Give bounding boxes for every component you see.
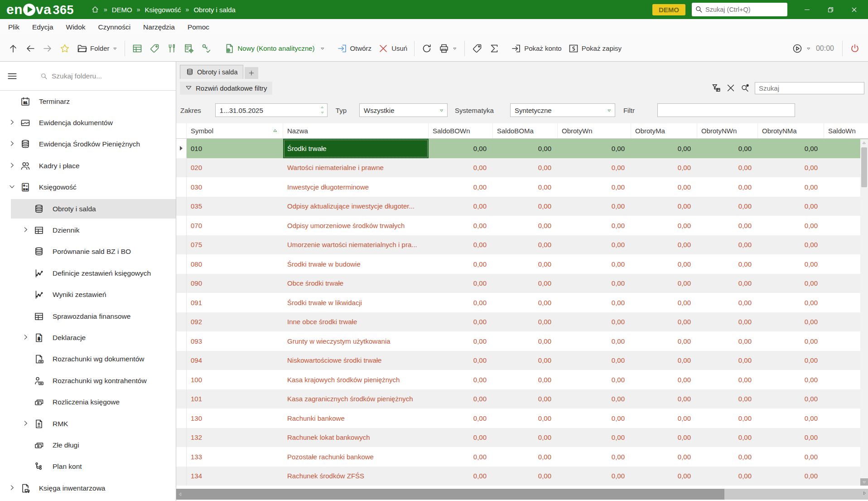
column-header-obrotywn[interactable]: ObrotyWn — [558, 123, 631, 138]
favorite-star-icon[interactable] — [56, 40, 73, 57]
column-header-obrotynwn[interactable]: ObrotyNWn — [697, 123, 758, 138]
menu-widok[interactable]: Widok — [60, 20, 92, 34]
column-header-nazwa[interactable]: Nazwa — [283, 123, 429, 138]
table-row-070[interactable]: 070Odpisy umorzeniowe środków trwałych0,… — [176, 216, 868, 235]
chevron-right-icon[interactable] — [8, 140, 17, 149]
table-row-090[interactable]: 090Obce środki trwałe0,000,000,000,000,0… — [176, 274, 868, 293]
breadcrumb-item-demo[interactable]: DEMO — [112, 6, 132, 14]
table-row-094[interactable]: 094Niskowartościowe środki trwałe0,000,0… — [176, 351, 868, 370]
table-row-020[interactable]: 020Wartości niematerialne i prawne0,000,… — [176, 158, 868, 178]
column-header-saldown[interactable]: SaldoWn — [824, 123, 868, 138]
new-analytic-account-button[interactable]: Nowy (Konto analityczne) — [221, 40, 318, 57]
table-row-035[interactable]: 035Odpisy aktualizujące inwestycje długo… — [176, 197, 868, 216]
filtr-input[interactable] — [658, 104, 795, 117]
new-dropdown-caret[interactable] — [320, 46, 325, 51]
chevron-right-icon[interactable] — [22, 333, 31, 342]
global-search-input[interactable] — [692, 3, 787, 16]
sidebar-item-dziennik[interactable]: Dziennik — [0, 219, 176, 241]
sidebar-item-ewidencja-srodkow-pienieznych[interactable]: Ewidencja Środków Pieniężnych — [0, 134, 176, 155]
chevron-right-icon[interactable] — [8, 161, 17, 170]
table-row-130[interactable]: 130Rachunki bankowe0,000,000,000,000,000… — [176, 409, 868, 428]
chevron-right-icon[interactable] — [22, 419, 31, 428]
clear-search-x-icon[interactable] — [726, 83, 736, 93]
table-row-092[interactable]: 092Inne obce środki trwałe0,000,000,000,… — [176, 312, 868, 332]
systematyka-select[interactable]: Syntetyczne — [510, 103, 615, 117]
sidebar-item-plan-kont[interactable]: Plan kont — [0, 456, 176, 477]
table-row-133[interactable]: 133Pozostałe rachunki bankowe0,000,000,0… — [176, 447, 868, 467]
show-entries-button[interactable]: Pokaż zapisy — [565, 40, 625, 57]
navigate-forward-button[interactable] — [39, 40, 56, 57]
typ-select[interactable]: Wszystkie — [359, 103, 448, 117]
table-row-030[interactable]: 030Inwestycje długoterminowe0,000,000,00… — [176, 177, 868, 197]
chevron-right-icon[interactable] — [8, 118, 17, 127]
close-button[interactable] — [847, 3, 861, 16]
features-tag-button[interactable] — [468, 40, 486, 57]
sidebar-item-obroty-i-salda[interactable]: Obroty i salda — [0, 198, 176, 219]
column-header-obrotynma[interactable]: ObrotyNMa — [758, 123, 824, 138]
layout-grid-button[interactable] — [129, 40, 146, 57]
sidebar-item-rozliczenia-ksiegowe[interactable]: Rozliczenia księgowe — [0, 391, 176, 413]
sum-sigma-button[interactable] — [486, 40, 503, 57]
scroll-right-arrow-icon[interactable] — [862, 491, 867, 496]
menu-plik[interactable]: Plik — [2, 20, 26, 34]
tools-button[interactable] — [163, 40, 180, 57]
table-row-100[interactable]: 100Kasa krajowych środków pieniężnych0,0… — [176, 370, 868, 389]
hamburger-menu-icon[interactable] — [6, 70, 18, 82]
scroll-up-arrow-icon[interactable] — [860, 139, 868, 146]
open-button[interactable]: Otwórz — [333, 40, 375, 57]
sidebar-item-rozrachunki-wg-dokumentow[interactable]: Rozrachunki wg dokumentów — [0, 349, 176, 370]
permissions-key-button[interactable] — [198, 40, 215, 57]
column-header-saldobown[interactable]: SaldoBOWn — [429, 123, 493, 138]
filter-edit-icon[interactable] — [711, 83, 721, 93]
table-row-075[interactable]: 075Umorzenie wartości niematerialnych i … — [176, 235, 868, 255]
refresh-button[interactable] — [418, 40, 435, 57]
scroll-left-arrow-icon[interactable] — [178, 491, 183, 497]
print-dropdown-caret[interactable] — [452, 46, 458, 51]
table-row-134[interactable]: 134Rachunek środków ZFŚS0,000,000,000,00… — [176, 467, 868, 486]
navigate-up-button[interactable] — [5, 40, 22, 57]
menu-narzedzia[interactable]: Narzędzia — [137, 20, 181, 34]
list-search-input[interactable] — [755, 82, 864, 94]
add-tab-button[interactable] — [245, 67, 258, 79]
sidebar-item-definicje-zestawien-ksiegowych[interactable]: Definicje zestawień księgowych — [0, 263, 176, 284]
column-header-saldoboma[interactable]: SaldoBOMa — [493, 123, 558, 138]
folder-button[interactable]: Folder — [73, 40, 121, 57]
chevron-right-icon[interactable] — [8, 484, 17, 493]
menu-pomoc[interactable]: Pomoc — [181, 20, 216, 34]
sidebar-item-porownanie-sald-bz-i-bo[interactable]: Porównanie sald BZ i BO — [0, 241, 176, 263]
breadcrumb-item-obroty-i-salda[interactable]: Obroty i salda — [193, 6, 236, 14]
tab-obroty-i-salda[interactable]: Obroty i salda — [180, 65, 243, 79]
menu-czynnosci[interactable]: Czynności — [92, 20, 137, 34]
sidebar-item-sprawozdania-finansowe[interactable]: Sprawozdania finansowe — [0, 306, 176, 327]
expand-filters-button[interactable]: Rozwiń dodatkowe filtry — [180, 82, 272, 95]
zakres-input[interactable] — [216, 104, 327, 117]
table-row-080[interactable]: 080Środki trwałe w budowie0,000,000,000,… — [176, 254, 868, 274]
chevron-right-icon[interactable] — [22, 226, 31, 235]
sidebar-item-ewidencja-dokumentow[interactable]: Ewidencja dokumentów — [0, 112, 176, 133]
sidebar-item-wyniki-zestawien[interactable]: Wyniki zestawień — [0, 284, 176, 306]
tag-button[interactable] — [146, 40, 163, 57]
play-dropdown-caret[interactable] — [806, 46, 811, 51]
sidebar-item-terminarz[interactable]: Terminarz — [0, 91, 176, 112]
column-header-symbol[interactable]: Symbol — [187, 123, 283, 138]
sidebar-folder-search[interactable]: Szukaj folderu... — [40, 72, 102, 80]
search-options-icon[interactable] — [740, 83, 750, 93]
delete-button[interactable]: Usuń — [375, 40, 410, 57]
table-row-093[interactable]: 093Grunty w wieczystym użytkowania0,000,… — [176, 331, 868, 351]
power-logout-button[interactable] — [846, 40, 863, 57]
vertical-scrollbar[interactable] — [860, 139, 868, 486]
sidebar-item-kadry-i-place[interactable]: Kadry i płace — [0, 155, 176, 176]
table-row-132[interactable]: 132Rachunek lokat bankowych0,000,000,000… — [176, 428, 868, 447]
sidebar-item-zle-dlugi[interactable]: Złe długi — [0, 434, 176, 456]
vertical-scrollbar-thumb[interactable] — [861, 147, 867, 187]
start-task-play-button[interactable] — [789, 40, 806, 57]
spinner-up-icon[interactable] — [320, 106, 324, 109]
home-icon[interactable] — [91, 5, 99, 14]
breadcrumb-item-ksiegowosc[interactable]: Księgowość — [145, 6, 181, 14]
sidebar-item-deklaracje[interactable]: Deklaracje — [0, 327, 176, 348]
scroll-down-arrow-icon[interactable] — [860, 478, 868, 486]
print-button[interactable] — [435, 40, 461, 57]
show-account-button[interactable]: Pokaż konto — [507, 40, 565, 57]
horizontal-scrollbar-thumb[interactable] — [176, 489, 724, 500]
horizontal-scrollbar[interactable] — [176, 489, 868, 500]
